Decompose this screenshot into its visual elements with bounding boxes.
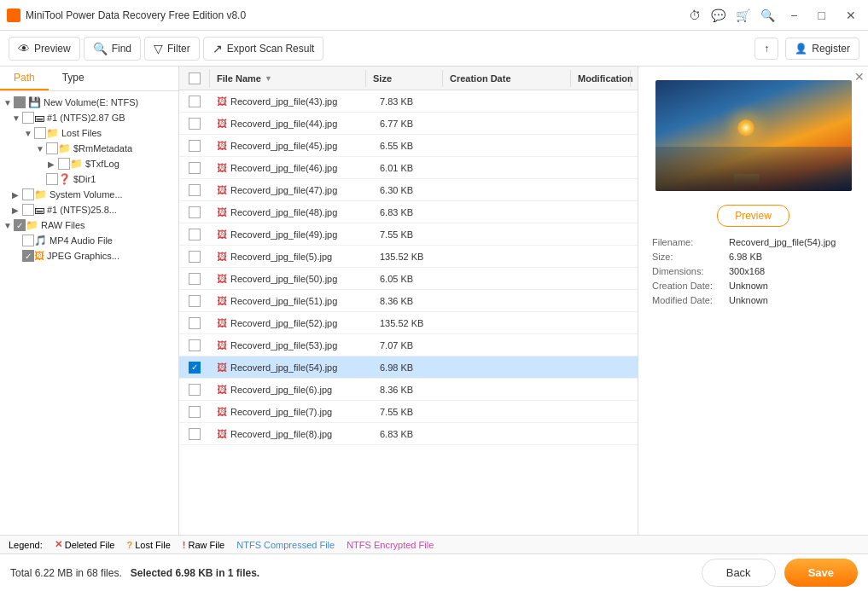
filter-button[interactable]: ▽ Filter — [144, 37, 200, 61]
jpg-file-icon: 🖼 — [217, 428, 227, 440]
register-button[interactable]: 👤 Register — [785, 38, 859, 60]
th-modification[interactable]: Modification — [571, 70, 631, 87]
minimize-button[interactable]: − — [785, 7, 802, 24]
row-checkbox[interactable] — [189, 184, 201, 196]
close-button[interactable]: ✕ — [841, 7, 861, 24]
file-name-text: Recoverd_jpg_file(49).jpg — [230, 229, 337, 240]
tree-item-ntfs2[interactable]: ▶ 🖴 #1 (NTFS)25.8... — [0, 202, 178, 217]
select-all-checkbox[interactable] — [189, 72, 201, 84]
row-checkbox[interactable] — [189, 339, 201, 351]
tree-checkbox-ntfs1[interactable] — [22, 112, 34, 124]
table-row[interactable]: 🖼 Recoverd_jpg_file(6).jpg 8.36 KB — [179, 379, 638, 401]
table-row[interactable]: 🖼 Recoverd_jpg_file(53).jpg 7.07 KB — [179, 334, 638, 356]
tree-item-rawfiles[interactable]: ▼ ✓ 📁 RAW Files — [0, 217, 178, 233]
search-icon[interactable]: 🔍 — [760, 9, 775, 22]
table-row[interactable]: 🖼 Recoverd_jpg_file(7).jpg 7.55 KB — [179, 401, 638, 423]
tree-checkbox-lostfiles[interactable] — [34, 127, 46, 139]
tree-item-root[interactable]: ▼ 💾 New Volume(E: NTFS) — [0, 95, 178, 110]
legend-encrypted: NTFS Encrypted File — [347, 540, 434, 550]
status-selected: Selected 6.98 KB in 1 files. — [131, 567, 259, 579]
row-checkbox[interactable] — [189, 317, 201, 329]
export-button[interactable]: ↗ Export Scan Result — [203, 37, 324, 61]
row-checkbox[interactable] — [189, 206, 201, 218]
table-row[interactable]: 🖼 Recoverd_jpg_file(5).jpg 135.52 KB — [179, 246, 638, 268]
tree-item-dir1[interactable]: ❓ $Dir1 — [0, 171, 178, 187]
tree-checkbox-root[interactable] — [14, 96, 26, 108]
th-creation[interactable]: Creation Date — [443, 70, 571, 87]
table-row[interactable]: 🖼 Recoverd_jpg_file(52).jpg 135.52 KB — [179, 312, 638, 334]
close-preview-button[interactable]: ✕ — [854, 70, 865, 84]
row-checkbox[interactable] — [189, 96, 201, 107]
row-checkbox[interactable] — [189, 428, 201, 440]
table-row[interactable]: 🖼 Recoverd_jpg_file(8).jpg 6.83 KB — [179, 423, 638, 445]
tree-checkbox-sysvolume[interactable] — [22, 188, 34, 200]
cart-icon[interactable]: 🛒 — [736, 9, 750, 22]
row-checkbox[interactable] — [189, 273, 201, 285]
jpg-file-icon: 🖼 — [217, 162, 227, 174]
tree-checkbox-rawfiles[interactable]: ✓ — [14, 219, 26, 231]
th-size[interactable]: Size — [366, 70, 443, 87]
tree-checkbox-ntfs2[interactable] — [22, 204, 34, 216]
table-row[interactable]: 🖼 Recoverd_jpg_file(48).jpg 6.83 KB — [179, 201, 638, 223]
back-button[interactable]: Back — [702, 559, 776, 587]
tree-checkbox-txflog[interactable] — [58, 158, 70, 170]
user-icon: 👤 — [795, 43, 807, 55]
tree-item-lostfiles[interactable]: ▼ 📁 Lost Files — [0, 125, 178, 141]
td-check — [179, 315, 210, 332]
tree-checkbox-dir1[interactable] — [46, 173, 58, 185]
deleted-label: Deleted File — [65, 540, 115, 550]
row-checkbox[interactable] — [189, 295, 201, 307]
tree-item-txflog[interactable]: ▶ 📁 $TxfLog — [0, 156, 178, 171]
sun-decoration — [737, 119, 754, 136]
find-button[interactable]: 🔍 Find — [84, 37, 141, 61]
preview-button[interactable]: 👁 Preview — [9, 37, 80, 61]
tree-checkbox-rmmetadata[interactable] — [46, 142, 58, 154]
row-checkbox[interactable] — [189, 251, 201, 263]
tree-item-mp4audio[interactable]: 🎵 MP4 Audio File — [0, 233, 178, 248]
image-icon: 🖼 — [34, 250, 44, 262]
row-checkbox[interactable] — [189, 406, 201, 418]
creation-col-label: Creation Date — [450, 73, 511, 84]
table-row[interactable]: 🖼 Recoverd_jpg_file(43).jpg 7.83 KB — [179, 90, 638, 113]
td-check — [179, 381, 210, 398]
save-button[interactable]: Save — [784, 559, 858, 587]
preview-action-button[interactable]: Preview — [717, 205, 789, 227]
table-row[interactable]: ✓ 🖼 Recoverd_jpg_file(54).jpg 6.98 KB — [179, 356, 638, 379]
row-checkbox[interactable] — [189, 140, 201, 152]
tree-container[interactable]: ▼ 💾 New Volume(E: NTFS) ▼ 🖴 #1 (NTFS)2.8… — [0, 91, 178, 535]
table-row[interactable]: 🖼 Recoverd_jpg_file(49).jpg 7.55 KB — [179, 223, 638, 246]
row-checkbox[interactable] — [189, 162, 201, 174]
table-row[interactable]: 🖼 Recoverd_jpg_file(47).jpg 6.30 KB — [179, 179, 638, 201]
row-checkbox[interactable] — [189, 229, 201, 240]
table-row[interactable]: 🖼 Recoverd_jpg_file(46).jpg 6.01 KB — [179, 157, 638, 179]
tree-item-rmmetadata[interactable]: ▼ 📁 $RmMetadata — [0, 141, 178, 156]
row-checkbox[interactable]: ✓ — [189, 362, 201, 374]
table-row[interactable]: 🖼 Recoverd_jpg_file(51).jpg 8.36 KB — [179, 290, 638, 312]
tree-item-jpeg[interactable]: ✓ 🖼 JPEG Graphics... — [0, 248, 178, 264]
chat-icon[interactable]: 💬 — [711, 9, 725, 22]
td-creation — [450, 409, 578, 414]
file-table[interactable]: File Name ▼ Size Creation Date Modificat… — [179, 67, 638, 535]
tab-path[interactable]: Path — [0, 67, 49, 90]
row-checkbox[interactable] — [189, 384, 201, 396]
jpg-file-icon: 🖼 — [217, 317, 227, 329]
td-name: 🖼 Recoverd_jpg_file(49).jpg — [210, 226, 373, 243]
tree-checkbox-mp4audio[interactable] — [22, 235, 34, 246]
table-row[interactable]: 🖼 Recoverd_jpg_file(45).jpg 6.55 KB — [179, 135, 638, 157]
tree-checkbox-jpeg[interactable]: ✓ — [22, 250, 34, 262]
td-creation — [450, 432, 578, 437]
tree-item-sysvolume[interactable]: ▶ 📁 System Volume... — [0, 187, 178, 202]
td-creation — [450, 232, 578, 237]
expander-icon: ▼ — [12, 113, 22, 123]
tree-item-ntfs1[interactable]: ▼ 🖴 #1 (NTFS)2.87 GB — [0, 110, 178, 125]
table-row[interactable]: 🖼 Recoverd_jpg_file(44).jpg 6.77 KB — [179, 113, 638, 135]
share-button[interactable]: ↑ — [754, 38, 778, 60]
th-select-all[interactable] — [179, 69, 210, 88]
row-checkbox[interactable] — [189, 118, 201, 130]
td-check — [179, 403, 210, 420]
maximize-button[interactable]: □ — [813, 7, 830, 24]
th-filename[interactable]: File Name ▼ — [210, 70, 366, 87]
timer-icon[interactable]: ⏱ — [689, 9, 701, 22]
table-row[interactable]: 🖼 Recoverd_jpg_file(50).jpg 6.05 KB — [179, 268, 638, 290]
tab-type[interactable]: Type — [49, 67, 98, 90]
